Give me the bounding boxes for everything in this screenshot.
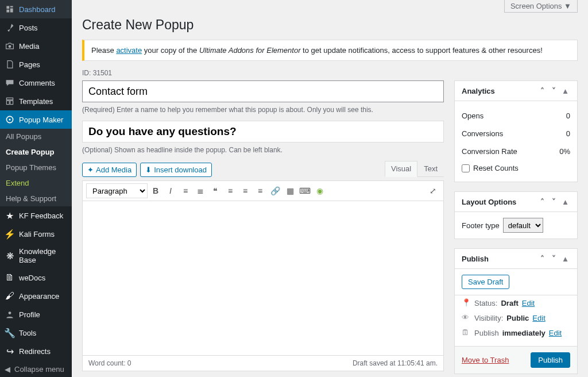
conversions-label: Conversions (462, 129, 503, 138)
sidebar-item-profile[interactable]: Profile (0, 305, 72, 324)
italic-button[interactable]: I (164, 184, 177, 198)
align-left-button[interactable]: ≡ (223, 184, 237, 198)
pin-icon (5, 22, 15, 33)
move-up-button[interactable]: ˄ (537, 253, 547, 264)
sidebar-item-label: Dashboard (19, 5, 56, 14)
popup-icon (5, 114, 15, 125)
reset-label: Reset Counts (473, 164, 519, 172)
publish-value: immediately (502, 329, 546, 337)
sidebar-item-kf-feedback[interactable]: ★KF Feedback (0, 206, 72, 225)
sidebar-item-label: Knowledge Base (19, 247, 67, 264)
submenu-help-support[interactable]: Help & Support (0, 191, 72, 206)
publish-box: Publish ˄ ˅ ▴ Save Draft 📍 Status: (454, 248, 578, 374)
sidebar-item-popup-maker[interactable]: Popup Maker (0, 110, 72, 129)
sidebar-item-appearance[interactable]: 🖌Appearance (0, 287, 72, 305)
pages-icon (5, 59, 15, 70)
pin-icon: 📍 (462, 298, 471, 307)
edit-visibility-link[interactable]: Edit (532, 314, 545, 322)
align-center-button[interactable]: ≡ (238, 184, 252, 198)
activate-link[interactable]: activate (116, 46, 142, 55)
move-to-trash-link[interactable]: Move to Trash (462, 356, 509, 364)
move-down-button[interactable]: ˅ (548, 197, 559, 207)
sidebar-item-knowledge-base[interactable]: ❋Knowledge Base (0, 243, 72, 268)
editor-content-area[interactable] (83, 201, 443, 355)
toggle-button[interactable]: ▴ (560, 253, 570, 264)
more-button[interactable]: ▦ (283, 184, 297, 198)
sidebar-item-tools[interactable]: 🔧Tools (0, 324, 72, 342)
popup-name-input[interactable] (82, 80, 444, 102)
popup-maker-submenu: All Popups Create Popup Popup Themes Ext… (0, 129, 72, 206)
bullet-list-button[interactable]: ≡ (179, 184, 192, 198)
popup-name-helper: (Required) Enter a name to help you reme… (82, 106, 444, 114)
svg-point-2 (9, 118, 10, 120)
collapse-label: Collapse menu (14, 365, 64, 374)
edit-status-link[interactable]: Edit (522, 299, 535, 307)
opens-label: Opens (462, 111, 483, 120)
move-up-button[interactable]: ˄ (537, 86, 547, 96)
sidebar-item-label: Comments (19, 79, 55, 87)
user-icon (5, 309, 15, 320)
screen-options-button[interactable]: Screen Options ▼ (504, 0, 578, 13)
svg-point-0 (9, 45, 11, 48)
sidebar-item-wedocs[interactable]: 🗎weDocs (0, 268, 72, 287)
move-down-button[interactable]: ˅ (548, 253, 559, 264)
analytics-title: Analytics (462, 87, 495, 95)
popup-headline-input[interactable] (82, 121, 444, 143)
sidebar-item-label: Popup Maker (19, 116, 63, 124)
quote-button[interactable]: ❝ (208, 184, 222, 198)
link-button[interactable]: 🔗 (268, 184, 282, 198)
sidebar-item-redirects[interactable]: ↪Redirects (0, 342, 72, 360)
eye-icon: 👁 (462, 313, 471, 322)
download-icon: ⬇ (145, 166, 152, 174)
bold-button[interactable]: B (149, 184, 163, 198)
sidebar-item-label: Templates (19, 97, 53, 106)
footer-type-select[interactable]: default (503, 218, 543, 233)
submenu-all-popups[interactable]: All Popups (0, 129, 72, 144)
editor-toolbar: Paragraph B I ≡ ≣ ❝ ≡ ≡ ≡ 🔗 ▦ ⌨ ◉ ⤢ (83, 181, 443, 201)
redirect-icon: ↪ (5, 346, 15, 356)
submenu-extend[interactable]: Extend (0, 175, 72, 191)
analytics-box: Analytics ˄ ˅ ▴ Opens0 Conversions0 Conv… (454, 80, 578, 182)
sidebar-item-comments[interactable]: Comments (0, 74, 72, 92)
editor-tab-visual[interactable]: Visual (385, 161, 417, 177)
save-draft-button[interactable]: Save Draft (462, 275, 509, 289)
sidebar-item-label: KF Feedback (19, 211, 63, 220)
collapse-icon: ◀ (5, 365, 10, 374)
toggle-button[interactable]: ▴ (560, 86, 570, 96)
special-button[interactable]: ◉ (313, 184, 327, 198)
toggle-toolbar-button[interactable]: ⌨ (298, 184, 312, 198)
publish-button[interactable]: Publish (531, 352, 570, 368)
post-id-label: ID: 31501 (82, 69, 578, 77)
svg-point-3 (9, 311, 11, 314)
fullscreen-button[interactable]: ⤢ (426, 184, 440, 198)
move-up-button[interactable]: ˄ (537, 197, 547, 207)
collapse-menu-button[interactable]: ◀Collapse menu (0, 360, 72, 377)
publish-title: Publish (462, 255, 489, 263)
align-right-button[interactable]: ≡ (253, 184, 267, 198)
sidebar-item-posts[interactable]: Posts (0, 18, 72, 37)
sidebar-item-pages[interactable]: Pages (0, 55, 72, 74)
rate-label: Conversion Rate (462, 147, 517, 156)
sidebar-item-templates[interactable]: Templates (0, 92, 72, 110)
sidebar-item-media[interactable]: Media (0, 37, 72, 55)
editor-tab-text[interactable]: Text (417, 161, 444, 176)
reset-counts-checkbox[interactable] (462, 164, 470, 172)
star-icon: ★ (5, 210, 15, 221)
submenu-create-popup[interactable]: Create Popup (0, 144, 72, 160)
edit-publish-link[interactable]: Edit (549, 329, 562, 337)
activation-notice: Please activate your copy of the Ultimat… (82, 40, 578, 61)
sidebar-item-kali-forms[interactable]: ⚡Kali Forms (0, 225, 72, 243)
comment-icon (5, 78, 15, 88)
submenu-popup-themes[interactable]: Popup Themes (0, 160, 72, 175)
status-value: Draft (501, 299, 518, 307)
brush-icon: 🖌 (5, 291, 15, 301)
format-select[interactable]: Paragraph (86, 183, 148, 198)
add-media-button[interactable]: ✦Add Media (82, 163, 137, 177)
layout-options-box: Layout Options ˄ ˅ ▴ Footer type default (454, 191, 578, 239)
templates-icon (5, 96, 15, 106)
insert-download-button[interactable]: ⬇Insert download (140, 163, 212, 177)
move-down-button[interactable]: ˅ (548, 86, 559, 96)
toggle-button[interactable]: ▴ (560, 197, 570, 207)
sidebar-item-dashboard[interactable]: Dashboard (0, 0, 72, 18)
number-list-button[interactable]: ≣ (194, 184, 207, 198)
